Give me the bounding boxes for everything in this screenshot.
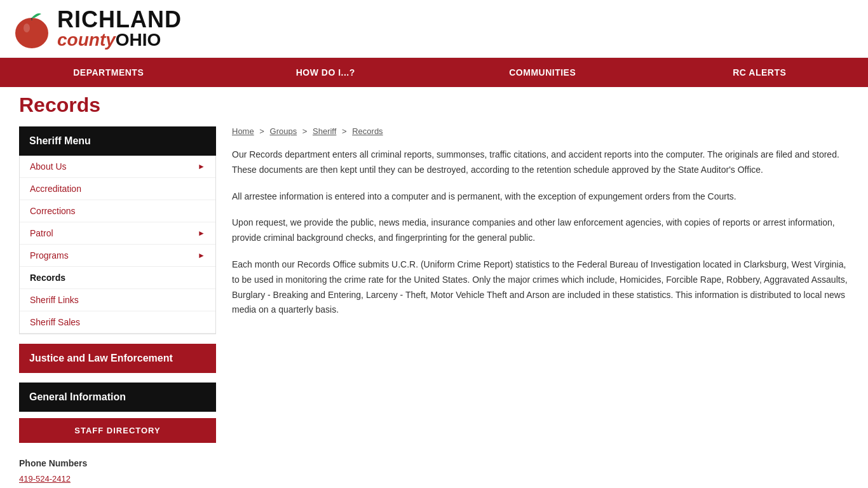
menu-item-programs[interactable]: Programs ►	[20, 245, 215, 267]
svg-point-2	[24, 24, 30, 32]
paragraph-1: Our Records department enters all crimin…	[232, 147, 849, 178]
layout: Sheriff Menu About Us ► Accreditation Co…	[19, 126, 849, 488]
breadcrumb-home[interactable]: Home	[232, 126, 254, 136]
arrow-icon: ►	[198, 162, 205, 171]
header: RICHLAND county OHIO	[0, 0, 868, 58]
menu-item-patrol[interactable]: Patrol ►	[20, 222, 215, 245]
breadcrumb-groups[interactable]: Groups	[270, 126, 297, 136]
main-text: Our Records department enters all crimin…	[232, 147, 849, 318]
phone-info: Phone Numbers 419-524-2412 Fax: 419-522-…	[19, 452, 216, 488]
logo-area: RICHLAND county OHIO	[13, 6, 182, 51]
svg-point-0	[15, 18, 48, 48]
logo-richland: RICHLAND	[57, 8, 182, 31]
menu-item-sheriff-links[interactable]: Sheriff Links	[20, 289, 215, 311]
breadcrumb-sheriff[interactable]: Sheriff	[313, 126, 336, 136]
nav-communities[interactable]: COMMUNITIES	[434, 58, 651, 87]
paragraph-3: Upon request, we provide the public, new…	[232, 215, 849, 246]
nav-bar: DEPARTMENTS HOW DO I...? COMMUNITIES RC …	[0, 58, 868, 87]
phone-number[interactable]: 419-524-2412	[19, 474, 71, 484]
staff-directory-button[interactable]: STAFF DIRECTORY	[19, 418, 216, 443]
logo-text: RICHLAND county OHIO	[57, 8, 182, 49]
menu-item-about-us[interactable]: About Us ►	[20, 156, 215, 178]
logo-apple-icon	[13, 6, 51, 51]
breadcrumb: Home > Groups > Sheriff > Records	[232, 126, 849, 136]
menu-item-sheriff-sales[interactable]: Sheriff Sales	[20, 311, 215, 334]
paragraph-2: All arrestee information is entered into…	[232, 189, 849, 205]
content-wrapper: Records Sheriff Menu About Us ► Accredit…	[0, 87, 868, 488]
paragraph-4: Each month our Records Office submits U.…	[232, 257, 849, 318]
arrow-icon: ►	[198, 251, 205, 260]
nav-departments[interactable]: DEPARTMENTS	[0, 58, 217, 87]
logo-county: county	[57, 31, 116, 49]
sheriff-menu: About Us ► Accreditation Corrections Pat…	[19, 156, 216, 334]
breadcrumb-records[interactable]: Records	[352, 126, 383, 136]
justice-section[interactable]: Justice and Law Enforcement	[19, 344, 216, 373]
nav-how-do-i[interactable]: HOW DO I...?	[217, 58, 435, 87]
arrow-icon: ►	[198, 229, 205, 238]
page-title: Records	[19, 93, 849, 117]
menu-item-records[interactable]: Records	[20, 267, 215, 289]
sheriff-menu-header: Sheriff Menu	[19, 126, 216, 156]
sidebar: Sheriff Menu About Us ► Accreditation Co…	[19, 126, 216, 488]
general-info-section: General Information	[19, 383, 216, 412]
main-content: Home > Groups > Sheriff > Records Our Re…	[232, 126, 849, 488]
logo-ohio: OHIO	[116, 31, 161, 49]
page-title-area: Records	[19, 87, 849, 126]
menu-item-accreditation[interactable]: Accreditation	[20, 178, 215, 200]
menu-item-corrections[interactable]: Corrections	[20, 200, 215, 222]
nav-rc-alerts[interactable]: RC ALERTS	[651, 58, 869, 87]
phone-label: Phone Numbers	[19, 456, 216, 471]
